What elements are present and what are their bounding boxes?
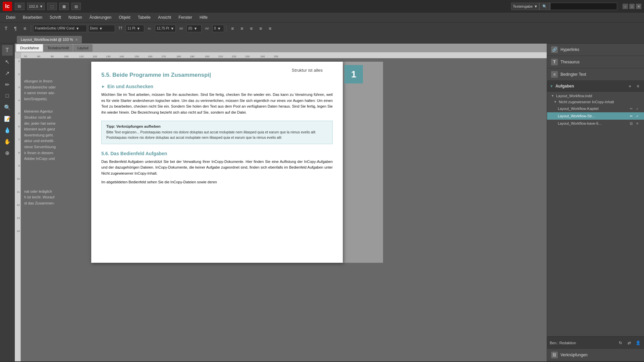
ben-user-btn[interactable]: 👤 (635, 340, 641, 346)
ruler-v-label: 10 (17, 177, 20, 180)
ruler-v-label: 11 (17, 190, 20, 193)
align-center-btn[interactable]: ≡ (238, 24, 246, 33)
mode-dropdown[interactable]: Texteingabe ▼ (511, 3, 539, 10)
doc-tab-active[interactable]: Layout_Workflow.indd @ 103 % ✕ (17, 36, 82, 43)
right-canvas-grey (343, 62, 383, 263)
tab-close-btn[interactable]: ✕ (75, 38, 78, 42)
menu-fenster[interactable]: Fenster (175, 14, 196, 21)
edit-icon[interactable]: ✏ (629, 113, 634, 119)
left-text-line: itsvertretung geht. (24, 132, 88, 138)
para-btn[interactable]: ¶ (11, 24, 19, 33)
aufgaben-menu-btn[interactable]: ≡ (635, 83, 641, 89)
file-tree-item-kapitel[interactable]: Layout_Workflow-Kapitel ✏ ✓ (547, 105, 644, 112)
ruler-tick: 190 (190, 55, 194, 58)
tab-layout[interactable]: Layout (73, 44, 92, 52)
bedingter-text-icon: ≡ (551, 71, 558, 78)
panels-btn[interactable]: ▤ (71, 3, 81, 10)
search-btn[interactable]: 🔍 (539, 3, 550, 10)
menu-notizen[interactable]: Notizen (65, 14, 86, 21)
menu-schrift[interactable]: Schrift (46, 14, 64, 21)
menu-aenderungen[interactable]: Änderungen (86, 14, 115, 21)
font-size-dropdown[interactable]: 11 Pt ▼ (126, 25, 144, 32)
aufgaben-title: Aufgaben (555, 84, 574, 88)
align-btn[interactable]: ≡ (21, 24, 29, 33)
br-button[interactable]: Br (15, 3, 24, 10)
menu-tabelle[interactable]: Tabelle (135, 14, 154, 21)
menu-objekt[interactable]: Objekt (115, 14, 134, 21)
file-tree-group[interactable]: ▼ Nicht zugewiesener InCopy-Inhalt (547, 99, 644, 105)
more-align-btn[interactable]: ≡ (266, 24, 274, 33)
align-right-btn[interactable]: ≡ (247, 24, 255, 33)
file-tree-item-kave[interactable]: Layout_Workflow-kave-6... ⛓ ✕ (547, 120, 644, 127)
file-action-icons: ✏ ✓ (629, 113, 640, 119)
section-heading-1: ► Ein und Auschecken (101, 84, 333, 89)
document-page: Struktur ist alles 1 5.5. Beide Programm… (91, 62, 343, 263)
check-icon[interactable]: ✓ (635, 113, 640, 119)
tab-textabschnitt[interactable]: Textabschnitt (43, 44, 73, 52)
ruler-v-label: 1 (18, 60, 20, 63)
aufgaben-panel: ▼ Aufgaben » ≡ ▼ Layout_Workflow.indd (547, 81, 644, 349)
menu-ansicht[interactable]: Ansicht (155, 14, 174, 21)
direct-select-tool[interactable]: ↗ (2, 68, 13, 78)
tab-druckfahne[interactable]: Druckfahne (16, 44, 43, 52)
file-action-icons: ✏ ✓ (629, 106, 640, 111)
left-text-line: kleineren Agentur (24, 109, 88, 115)
text-tool-btn[interactable]: T (2, 24, 10, 33)
align-justify-btn[interactable]: ≡ (257, 24, 265, 33)
ben-sync-btn[interactable]: ⇄ (626, 340, 633, 346)
leading-dropdown[interactable]: 12,75 Pt ▼ (155, 25, 176, 32)
left-text-line: der, jeder hat seine (24, 121, 88, 127)
maximize-btn[interactable]: □ (629, 4, 635, 9)
kerning-dropdown[interactable]: (0) ▼ (186, 25, 202, 32)
hand-tool[interactable]: ✋ (2, 136, 13, 147)
minimize-btn[interactable]: – (623, 4, 628, 9)
bedingter-text-header[interactable]: ≡ Bedingter Text (547, 68, 644, 80)
zoom-dropdown[interactable]: 102,6 ▼ (27, 3, 45, 10)
search-input[interactable] (550, 3, 617, 10)
notes-tool[interactable]: 📝 (2, 113, 13, 124)
file-tree-item-str[interactable]: Layout_Workflow-Str... ✏ ✓ (547, 112, 644, 120)
chapter-heading: 5.5. Beide Programme im Zusammenspi| (101, 72, 333, 78)
left-tools-panel: T ↖ ↗ ✏ □ 🔍 📝 💧 ✋ ⊕ (0, 44, 15, 361)
workspace-btn[interactable]: ⬚ (47, 3, 57, 10)
file-tree-root[interactable]: ▼ Layout_Workflow.indd (547, 93, 644, 99)
ruler-tick: 180 (176, 55, 181, 58)
hyperlinks-header[interactable]: 🔗 Hyperlinks (547, 44, 644, 56)
link-icon[interactable]: ⛓ (629, 121, 634, 126)
menu-hilfe[interactable]: Hilfe (196, 14, 211, 21)
left-text-line: ellungen in Ihrem (24, 78, 88, 84)
font-dropdown[interactable]: FranklinGothic URW Cond ▼ (33, 25, 87, 32)
left-text-line: Struktur nicht all- (24, 115, 88, 121)
style-dropdown[interactable]: Demi ▼ (88, 25, 115, 32)
close-icon[interactable]: ✕ (635, 121, 640, 126)
thesaurus-header[interactable]: T Thesaurus (547, 56, 644, 68)
ruler-v-label: 3 (18, 86, 20, 89)
eyedropper-tool[interactable]: 💧 (2, 125, 13, 135)
type-tool[interactable]: T (2, 45, 13, 56)
aufgaben-expand-btn[interactable]: » (627, 83, 633, 89)
menu-bearbeiten[interactable]: Bearbeiten (19, 14, 46, 21)
close-btn[interactable]: ✕ (636, 4, 641, 9)
arrange-btn[interactable]: ▦ (59, 3, 69, 10)
left-text-line: aktur und einheitli- (24, 138, 88, 144)
zoom-tool[interactable]: 🔍 (2, 102, 13, 113)
aufgaben-controls: » ≡ (627, 83, 641, 89)
shape-tool[interactable]: □ (2, 90, 13, 101)
align-left-btn[interactable]: ≡ (228, 24, 236, 33)
verknupfungen-header[interactable]: ⛓ Verknüpfungen (547, 349, 644, 361)
menu-datei[interactable]: Datei (3, 14, 19, 21)
file-action-icons: ⛓ ✕ (629, 121, 640, 126)
pen-tool[interactable]: ✏ (2, 79, 13, 90)
ben-refresh-btn[interactable]: ↻ (617, 340, 624, 346)
ben-label: Ben.: Redaktion (550, 341, 615, 345)
hyperlinks-label: Hyperlinks (560, 47, 640, 52)
magnify-tool[interactable]: ⊕ (2, 147, 13, 158)
check-icon[interactable]: ✓ (635, 106, 640, 111)
select-tool[interactable]: ↖ (2, 56, 13, 67)
ruler-tick: 70 (24, 55, 27, 58)
edit-icon[interactable]: ✏ (629, 106, 634, 111)
thesaurus-icon: T (551, 59, 558, 65)
main-canvas[interactable]: ellungen in Ihrem rbeitsbereiche oder n … (21, 58, 547, 361)
canvas-wrapper: Druckfahne Textabschnitt Layout 70 80 90… (15, 44, 547, 361)
tracking-dropdown[interactable]: 0 ▼ (212, 25, 224, 32)
